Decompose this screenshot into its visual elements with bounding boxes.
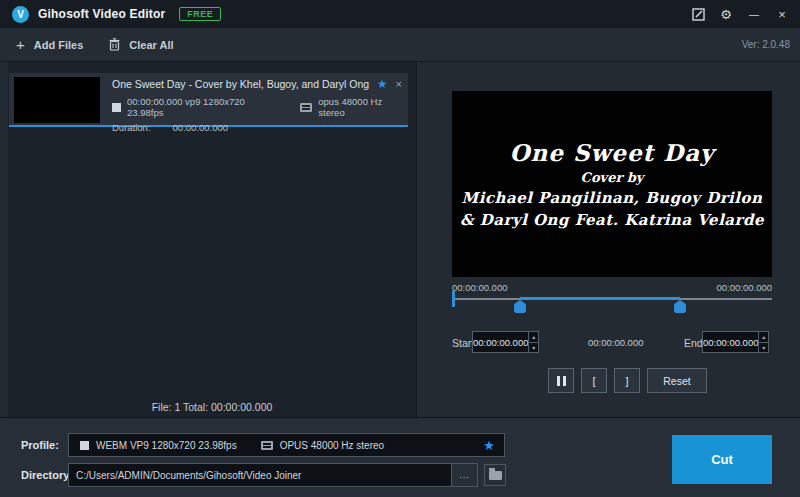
add-files-label: Add Files [34, 39, 84, 51]
audio-stream-info: opus 48000 Hz stereo [318, 96, 404, 118]
settings-button[interactable]: ⚙ [712, 0, 740, 28]
minimize-button[interactable]: — [740, 0, 768, 28]
selection-duration-value: 00:00:00.000 [588, 337, 643, 348]
start-spin-down-icon[interactable]: ▾ [529, 343, 538, 353]
free-badge: FREE [179, 7, 221, 21]
timeline-total-time: 00:00:00.000 [717, 282, 772, 293]
file-name: One Sweet Day - Cover by Khel, Bugoy, an… [112, 78, 371, 90]
plus-icon: + [16, 37, 25, 52]
end-spin-up-icon[interactable]: ▴ [759, 332, 768, 343]
start-spin-up-icon[interactable]: ▴ [529, 332, 538, 343]
set-start-bracket-button[interactable]: [ [581, 368, 607, 393]
set-end-bracket-button[interactable]: ] [614, 368, 640, 393]
clear-all-button[interactable]: Clear All [109, 38, 173, 51]
minimize-icon: — [749, 9, 759, 20]
video-profile-icon [80, 441, 89, 450]
favorite-star-icon[interactable]: ★ [377, 77, 388, 91]
end-time-input[interactable]: 00:00:00.000 ▴ ▾ [702, 331, 769, 353]
app-window: V Gihosoft Video Editor FREE ⚙ — × + Add… [0, 0, 800, 497]
output-panel: Profile: WEBM VP9 1280x720 23.98fps OPUS… [0, 417, 800, 497]
trim-end-handle[interactable] [674, 300, 686, 313]
video-preview[interactable]: One Sweet Day Cover by Michael Pangilina… [452, 91, 772, 277]
title-bar: V Gihosoft Video Editor FREE ⚙ — × [0, 0, 800, 28]
folder-icon [489, 471, 502, 480]
file-list-item[interactable]: One Sweet Day - Cover by Khel, Bugoy, an… [9, 73, 408, 127]
profile-label: Profile: [21, 439, 59, 451]
video-stream-icon [112, 103, 121, 112]
version-text: Ver: 2.0.48 [742, 39, 790, 50]
audio-profile-icon [261, 441, 273, 450]
toolbar: + Add Files Clear All Ver: 2.0.48 [0, 28, 800, 62]
profile-audio-value: OPUS 48000 Hz stereo [280, 440, 385, 451]
file-info: One Sweet Day - Cover by Khel, Bugoy, an… [100, 73, 408, 125]
end-time-value: 00:00:00.000 [703, 332, 758, 352]
app-title: Gihosoft Video Editor [38, 7, 165, 21]
browse-button[interactable]: ... [451, 464, 477, 486]
cut-button[interactable]: Cut [672, 435, 772, 484]
profile-video-value: WEBM VP9 1280x720 23.98fps [96, 440, 237, 451]
file-list-summary: File: 1 Total: 00:00:00.000 [8, 401, 416, 413]
profile-field[interactable]: WEBM VP9 1280x720 23.98fps OPUS 48000 Hz… [68, 433, 505, 457]
timeline-selected-range[interactable] [520, 297, 680, 300]
duration-value: 00:00:00.000 [173, 122, 228, 133]
audio-stream-icon [300, 103, 312, 112]
directory-path-value: C:/Users/ADMIN/Documents/Gihosoft/Video … [76, 470, 451, 481]
gear-icon: ⚙ [720, 7, 732, 22]
preview-text-line2: Cover by [581, 170, 644, 185]
end-spin-down-icon[interactable]: ▾ [759, 343, 768, 353]
open-folder-button[interactable] [484, 464, 506, 486]
close-button[interactable]: × [768, 0, 796, 28]
pause-icon [563, 376, 566, 386]
preview-text-line4: & Daryl Ong Feat. Katrina Velarde [460, 211, 764, 229]
file-list-panel: One Sweet Day - Cover by Khel, Bugoy, an… [8, 62, 417, 417]
timeline-current-time: 00:00:00.000 [452, 282, 507, 293]
directory-label: Directory: [21, 469, 73, 481]
duration-label: Duration: [112, 122, 151, 133]
trim-start-handle[interactable] [514, 300, 526, 313]
video-stream-info: 00:00:00.000 vp9 1280x720 23.98fps [127, 96, 272, 118]
start-time-value: 00:00:00.000 [473, 332, 528, 352]
edit-square-icon [692, 8, 705, 21]
preview-text-line3: Michael Pangilinan, Bugoy Drilon [462, 189, 763, 207]
preview-text-line1: One Sweet Day [510, 139, 715, 166]
pause-button[interactable] [548, 368, 574, 393]
video-thumbnail [14, 77, 100, 123]
pause-icon [557, 376, 560, 386]
directory-field[interactable]: C:/Users/ADMIN/Documents/Gihosoft/Video … [68, 463, 478, 487]
main-area: One Sweet Day - Cover by Khel, Bugoy, an… [0, 62, 800, 417]
playback-controls: [ ] Reset [452, 368, 772, 394]
app-logo-icon: V [12, 6, 29, 23]
feedback-button[interactable] [684, 0, 712, 28]
trash-icon [109, 38, 120, 51]
close-icon: × [778, 7, 786, 22]
profile-star-icon[interactable]: ★ [483, 438, 495, 453]
reset-button[interactable]: Reset [647, 368, 707, 393]
timeline-playhead[interactable] [452, 291, 455, 307]
trim-time-row: Start: 00:00:00.000 ▴ ▾ 00:00:00.000 End… [452, 331, 772, 355]
remove-file-icon[interactable]: × [396, 78, 402, 90]
start-time-input[interactable]: 00:00:00.000 ▴ ▾ [472, 331, 539, 353]
add-files-button[interactable]: + Add Files [16, 37, 83, 52]
timeline: 00:00:00.000 00:00:00.000 [452, 282, 772, 318]
clear-all-label: Clear All [129, 39, 173, 51]
